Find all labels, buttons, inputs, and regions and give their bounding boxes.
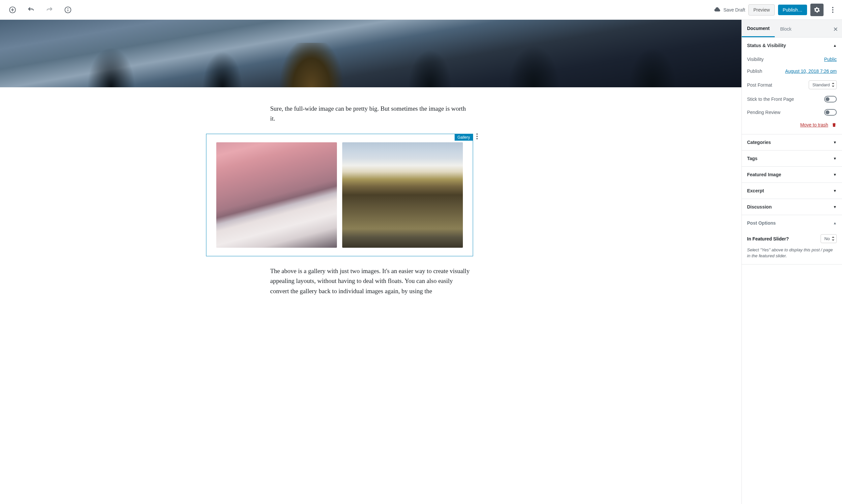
stick-toggle[interactable] [824,96,837,103]
settings-sidebar: Document Block ✕ Status & Visibility ▲ V… [741,20,842,504]
full-width-image[interactable] [0,20,741,87]
save-draft-button[interactable]: Save Draft [714,6,745,13]
panel-header-tags[interactable]: Tags ▼ [742,150,842,166]
post-format-value: Standard [812,82,830,87]
featured-slider-label: In Featured Slider? [747,236,789,241]
save-draft-label: Save Draft [723,7,745,13]
panel-post-options: Post Options ▲ In Featured Slider? No Se… [742,215,842,265]
visibility-row: Visibility Public [747,53,837,65]
post-format-select[interactable]: Standard [809,80,837,89]
panel-header-excerpt[interactable]: Excerpt ▼ [742,183,842,199]
kebab-icon [476,133,478,139]
featured-slider-helper: Select "Yes" above to display this post … [742,245,842,264]
tab-block[interactable]: Block [775,20,796,37]
add-block-button[interactable] [6,4,18,16]
preview-button[interactable]: Preview [748,4,775,16]
content-wrap: Sure, the full-wide image can be pretty … [264,87,478,303]
pending-row: Pending Review [747,106,837,119]
panel-title: Excerpt [747,188,764,193]
close-sidebar-button[interactable]: ✕ [833,26,838,33]
panel-title: Status & Visibility [747,43,786,48]
panel-categories: Categories ▼ [742,134,842,150]
pending-label: Pending Review [747,110,780,115]
panel-title: Discussion [747,204,772,210]
redo-button[interactable] [43,4,55,16]
chevron-down-icon: ▼ [833,157,837,160]
panel-title: Post Options [747,220,776,226]
panel-header-categories[interactable]: Categories ▼ [742,134,842,150]
move-to-trash-link[interactable]: Move to trash [800,122,828,127]
panel-discussion: Discussion ▼ [742,199,842,215]
panel-body-status: Visibility Public Publish August 10, 201… [742,53,842,134]
pending-toggle[interactable] [824,109,837,115]
tab-document[interactable]: Document [742,20,775,37]
gallery-block[interactable]: Gallery [206,134,473,256]
panel-title: Categories [747,140,771,145]
featured-slider-select[interactable]: No [821,234,837,243]
panel-header-post-options[interactable]: Post Options ▲ [742,215,842,231]
chevron-down-icon: ▼ [833,205,837,209]
panel-excerpt: Excerpt ▼ [742,183,842,199]
publish-button[interactable]: Publish… [778,5,807,15]
sidebar-tabs: Document Block ✕ [742,20,842,38]
block-type-label: Gallery [455,134,472,141]
featured-slider-row: In Featured Slider? No [742,231,842,245]
undo-button[interactable] [25,4,37,16]
panel-header-featured-image[interactable]: Featured Image ▼ [742,167,842,182]
featured-slider-value: No [824,236,830,241]
panel-header-discussion[interactable]: Discussion ▼ [742,199,842,215]
main-area: Sure, the full-wide image can be pretty … [0,20,842,504]
settings-button[interactable] [810,4,824,16]
kebab-icon [832,7,834,13]
panel-status-visibility: Status & Visibility ▲ Visibility Public … [742,38,842,134]
stick-label: Stick to the Front Page [747,96,794,102]
gallery-image-2[interactable] [342,142,463,248]
panel-header-status[interactable]: Status & Visibility ▲ [742,38,842,53]
trash-row: Move to trash [747,119,837,129]
publish-label: Publish [747,69,762,74]
visibility-label: Visibility [747,57,764,62]
gallery-block-wrapper: Gallery [270,134,471,256]
paragraph-block-2[interactable]: The above is a gallery with just two ima… [270,266,471,296]
publish-row: Publish August 10, 2018 7:26 pm [747,65,837,77]
paragraph-block-1[interactable]: Sure, the full-wide image can be pretty … [270,104,471,124]
cloud-icon [714,6,721,13]
block-options-button[interactable] [471,130,483,142]
more-menu-button[interactable] [827,4,839,16]
panel-featured-image: Featured Image ▼ [742,167,842,183]
gallery-image-1[interactable] [216,142,337,248]
top-left-toolbar [3,4,74,16]
chevron-up-icon: ▲ [833,221,837,225]
stick-row: Stick to the Front Page [747,93,837,106]
trash-icon [831,122,837,127]
editor-top-bar: Save Draft Preview Publish… [0,0,842,20]
chevron-down-icon: ▼ [833,189,837,193]
editor-canvas[interactable]: Sure, the full-wide image can be pretty … [0,20,741,504]
publish-date-link[interactable]: August 10, 2018 7:26 pm [785,69,837,74]
post-format-row: Post Format Standard [747,77,837,93]
svg-point-5 [68,8,68,8]
top-right-toolbar: Save Draft Preview Publish… [714,4,839,16]
chevron-down-icon: ▼ [833,140,837,144]
gear-icon [814,6,820,13]
panel-title: Featured Image [747,172,781,177]
panel-title: Tags [747,156,758,161]
gallery-grid [216,142,463,248]
info-button[interactable] [62,4,74,16]
visibility-value-link[interactable]: Public [824,57,837,62]
chevron-up-icon: ▲ [833,43,837,48]
post-format-label: Post Format [747,82,772,88]
panel-tags: Tags ▼ [742,150,842,167]
chevron-down-icon: ▼ [833,173,837,177]
